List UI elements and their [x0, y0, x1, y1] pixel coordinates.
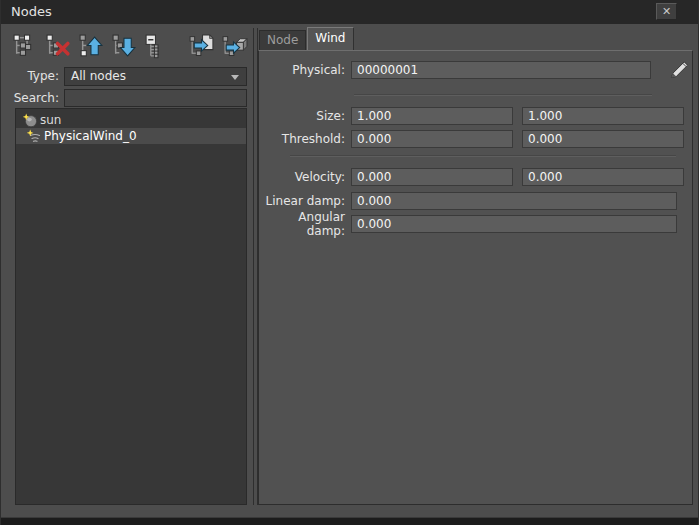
close-icon: ✕	[662, 5, 671, 18]
threshold-x-field[interactable]	[351, 130, 513, 148]
tab-node[interactable]: Node	[259, 30, 306, 50]
velocity-y-field[interactable]	[522, 168, 684, 186]
close-button[interactable]: ✕	[656, 3, 677, 20]
tab-wind[interactable]: Wind	[307, 27, 353, 50]
node-toolbar	[9, 28, 253, 64]
type-row: Type: All nodes	[9, 66, 253, 86]
physical-label: Physical:	[259, 63, 351, 77]
move-node-up-icon	[78, 33, 105, 60]
section-separator	[354, 94, 652, 96]
delete-node-button[interactable]	[44, 31, 74, 61]
size-row: Size:	[259, 106, 692, 125]
tree-item-label: sun	[40, 113, 61, 127]
search-label: Search:	[9, 91, 64, 105]
linear-damp-label: Linear damp:	[259, 194, 351, 208]
delete-node-icon	[45, 33, 72, 60]
velocity-x-field[interactable]	[351, 168, 513, 186]
pencil-icon	[668, 60, 690, 79]
title-bar: Nodes ✕	[1, 0, 698, 24]
physical-field[interactable]	[351, 61, 651, 79]
node-tree: sun PhysicalWind_0	[15, 108, 247, 505]
expand-hierarchy-button[interactable]	[142, 31, 172, 61]
section-separator	[290, 155, 676, 157]
tab-wind-label: Wind	[315, 31, 345, 45]
size-label: Size:	[259, 109, 351, 123]
properties-tabs: Node Wind	[259, 28, 355, 50]
size-x-field[interactable]	[351, 107, 513, 125]
import-node-button[interactable]	[187, 31, 217, 61]
type-label: Type:	[9, 69, 64, 83]
edit-physical-button[interactable]	[668, 60, 692, 79]
threshold-label: Threshold:	[259, 132, 351, 146]
export-node-button[interactable]	[220, 31, 250, 61]
nodes-window: Nodes ✕	[0, 0, 699, 525]
velocity-row: Velocity:	[259, 167, 692, 186]
move-node-down-button[interactable]	[110, 31, 140, 61]
velocity-label: Velocity:	[259, 170, 351, 184]
threshold-row: Threshold:	[259, 129, 692, 148]
window-title: Nodes	[11, 4, 52, 19]
search-input[interactable]	[64, 89, 247, 107]
angular-damp-row: Angular damp:	[259, 214, 692, 233]
node-list-panel: Type: All nodes Search: sun	[9, 28, 253, 505]
import-node-icon	[188, 33, 215, 60]
size-y-field[interactable]	[522, 107, 684, 125]
angular-damp-label: Angular damp:	[259, 210, 351, 238]
tab-node-label: Node	[267, 33, 298, 47]
sun-icon	[23, 113, 38, 128]
type-dropdown-value: All nodes	[71, 69, 126, 83]
linear-damp-row: Linear damp:	[259, 191, 692, 210]
tree-item-label: PhysicalWind_0	[44, 129, 137, 143]
move-node-up-button[interactable]	[77, 31, 107, 61]
move-node-down-icon	[111, 33, 138, 60]
window-bottom-edge	[1, 517, 698, 525]
wind-icon	[27, 129, 42, 144]
chevron-down-icon	[231, 75, 239, 80]
tree-item-sun[interactable]: sun	[16, 112, 246, 128]
node-properties-panel: Node Wind Physical:	[258, 28, 693, 505]
export-node-icon	[221, 33, 248, 60]
expand-hierarchy-icon	[143, 33, 170, 60]
linear-damp-field[interactable]	[351, 192, 677, 210]
wind-tab-content: Physical: Size:	[258, 50, 693, 505]
add-hierarchy-button[interactable]	[11, 31, 41, 61]
type-dropdown[interactable]: All nodes	[64, 67, 247, 86]
physical-row: Physical:	[259, 60, 692, 79]
add-hierarchy-icon	[12, 33, 39, 60]
tree-item-physicalwind[interactable]: PhysicalWind_0	[16, 128, 246, 144]
search-row: Search:	[9, 88, 253, 108]
threshold-y-field[interactable]	[522, 130, 684, 148]
angular-damp-field[interactable]	[351, 215, 677, 233]
